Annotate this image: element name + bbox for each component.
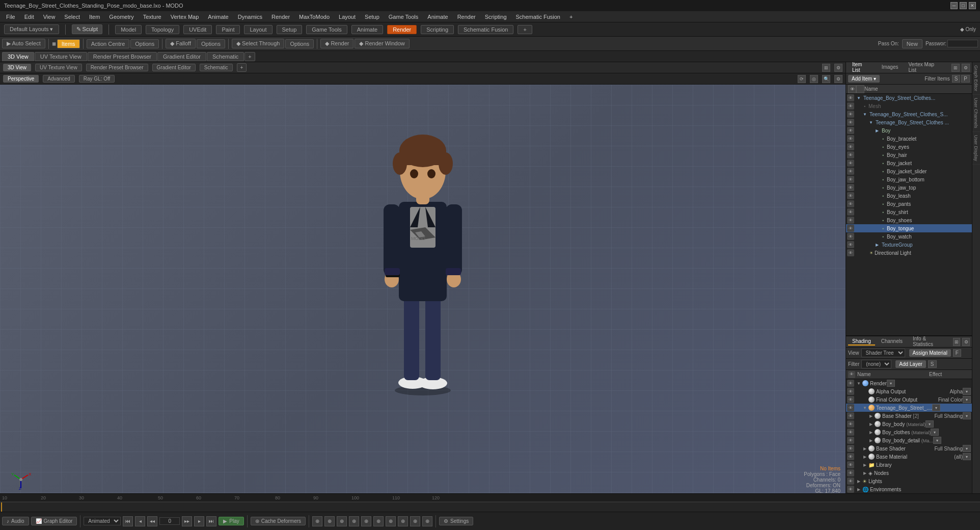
select-through-button[interactable]: ◆ Select Through <box>232 39 284 48</box>
list-item[interactable]: 👁 ▪ Boy_pants <box>846 200 972 208</box>
animate-button[interactable]: Animate <box>351 25 383 34</box>
list-item[interactable]: 👁 ▪ Boy_jacket <box>846 159 972 167</box>
transport6[interactable]: ⊕ <box>373 516 384 526</box>
eye-icon[interactable]: 👁 <box>847 225 854 232</box>
shader-item[interactable]: 👁 ▶ ◈ Nodes <box>846 469 972 477</box>
tab-add-button[interactable]: + <box>244 52 255 61</box>
menu-schematic[interactable]: Schematic Fusion <box>512 13 564 21</box>
eye-icon[interactable]: 👁 <box>847 176 854 183</box>
menu-view[interactable]: View <box>39 13 60 21</box>
list-item[interactable]: 👁 ☀ Directional Light <box>846 249 972 257</box>
viewport-reset-icon[interactable]: ⟳ <box>798 75 806 83</box>
transport4[interactable]: ⊕ <box>349 516 359 526</box>
ray-gl-button[interactable]: Ray GL: Off <box>79 75 115 83</box>
play-forward-button[interactable]: ▸▸ <box>182 516 192 526</box>
shader-dropdown[interactable]: ▾ <box>963 388 971 395</box>
viewport-gradient-editor-btn[interactable]: Gradient Editor <box>152 64 196 71</box>
shader-tree-select[interactable]: Shader Tree <box>861 349 905 357</box>
list-item[interactable]: 👁 ▪ Boy_shirt <box>846 208 972 216</box>
eye-icon[interactable]: 👁 <box>847 119 854 126</box>
advanced-button[interactable]: Advanced <box>43 75 74 83</box>
tab-info-statistics[interactable]: Info & Statistics <box>909 335 949 349</box>
audio-button[interactable]: ♪ Audio <box>2 517 29 525</box>
eye-icon[interactable]: 👁 <box>847 94 854 101</box>
sculpt-button[interactable]: ✎ Sculpt <box>72 24 103 34</box>
menu-vertex-map[interactable]: Vertex Map <box>167 13 203 21</box>
eye-icon[interactable]: 👁 <box>847 396 854 403</box>
tab-images[interactable]: Images <box>878 64 903 71</box>
menu-add[interactable]: + <box>565 13 577 21</box>
shader-dropdown[interactable]: ▾ <box>963 453 971 460</box>
setup-button[interactable]: Setup <box>277 25 303 34</box>
f-shortcut-button[interactable]: F <box>953 349 961 357</box>
viewport-uv-btn[interactable]: UV Texture View <box>35 64 82 71</box>
menu-setup[interactable]: Setup <box>361 13 384 21</box>
action-centre-button[interactable]: Action Centre <box>87 39 130 48</box>
list-item[interactable]: 👁 ▼ Teenage_Boy_Street_Clothes ... <box>846 118 972 126</box>
menu-texture[interactable]: Texture <box>139 13 166 21</box>
side-tab-user-channels[interactable]: User Channels <box>972 95 980 132</box>
shader-item[interactable]: 👁 ▶ Base Material (all) ▾ <box>846 453 972 461</box>
eye-icon[interactable]: 👁 <box>847 135 854 142</box>
shader-item[interactable]: 👁 ▶ 📁 Library <box>846 461 972 469</box>
falloff-button[interactable]: ◆ Falloff <box>166 39 196 48</box>
list-item[interactable]: 👁 ▶ Boy <box>846 126 972 135</box>
shader-filter-select[interactable]: (none) <box>861 360 891 368</box>
shader-item[interactable]: 👁 Alpha Output Alpha ▾ <box>846 387 972 395</box>
viewport-options-icon[interactable]: ⚙ <box>834 75 842 83</box>
next-frame-button[interactable]: ▸ <box>194 516 204 526</box>
tab-shading[interactable]: Shading <box>848 338 875 346</box>
eye-icon[interactable]: 👁 <box>847 111 854 118</box>
menu-animate[interactable]: Animate <box>204 13 232 21</box>
menu-item[interactable]: Item <box>85 13 104 21</box>
shader-item[interactable]: 👁 ▶ 🌐 Environments <box>846 485 972 493</box>
eye-icon[interactable]: 👁 <box>847 437 854 444</box>
add-item-button[interactable]: Add Item ▾ <box>848 75 880 83</box>
panel-settings-icon[interactable]: ⚙ <box>962 64 970 72</box>
menu-file[interactable]: File <box>2 13 19 21</box>
settings-button[interactable]: ⚙ Settings <box>439 517 473 525</box>
menu-game-tools[interactable]: Game Tools <box>385 13 423 21</box>
filter-s-button[interactable]: S <box>952 75 961 83</box>
shader-dropdown[interactable]: ▾ <box>963 445 971 452</box>
eye-icon[interactable]: 👁 <box>847 420 854 428</box>
tab-3d-view[interactable]: 3D View <box>2 52 34 61</box>
eye-icon[interactable]: 👁 <box>847 143 854 150</box>
eye-icon[interactable]: 👁 <box>847 192 854 199</box>
shader-item[interactable]: 👁 ▶ Base Shader Full Shading ▾ <box>846 444 972 453</box>
default-layouts-button[interactable]: Default Layouts ▾ <box>4 24 59 34</box>
transport2[interactable]: ⊕ <box>324 516 335 526</box>
tab-schematic[interactable]: Schematic <box>207 52 244 61</box>
list-item[interactable]: 👁 ▼ Teenage_Boy_Street_Clothes_S... <box>846 110 972 118</box>
eye-icon[interactable]: 👁 <box>847 233 854 240</box>
transport7[interactable]: ⊕ <box>386 516 396 526</box>
eye-icon[interactable]: 👁 <box>847 478 854 485</box>
shader-expand-icon[interactable]: ⊞ <box>953 338 961 346</box>
eye-icon[interactable]: 👁 <box>847 445 854 452</box>
eye-icon[interactable]: 👁 <box>847 404 854 411</box>
list-item[interactable]: 👁 ▪ Boy_jaw_bottom <box>846 175 972 183</box>
item-list-content[interactable]: 👁 ▼ Teenage_Boy_Street_Clothes... 👁 ▪ Me… <box>846 94 972 335</box>
menu-geometry[interactable]: Geometry <box>105 13 138 21</box>
perspective-button[interactable]: Perspective <box>3 75 39 83</box>
shader-content[interactable]: 👁 ▼ Render ▾ 👁 Alpha Output Alpha ▾ <box>846 379 972 493</box>
menu-scripting[interactable]: Scripting <box>481 13 511 21</box>
list-item[interactable]: 👁 ▪ Boy_leash <box>846 192 972 200</box>
scripting-button[interactable]: Scripting <box>421 25 454 34</box>
assign-material-button[interactable]: Assign Material <box>909 349 951 357</box>
transport9[interactable]: ⊕ <box>410 516 420 526</box>
menu-edit[interactable]: Edit <box>20 13 38 21</box>
menu-dynamics[interactable]: Dynamics <box>234 13 266 21</box>
shader-item[interactable]: 👁 ▶ Base Shader [2] Full Shading ▾ <box>846 412 972 420</box>
transport8[interactable]: ⊕ <box>398 516 408 526</box>
menu-render[interactable]: Render <box>267 13 294 21</box>
shader-item[interactable]: 👁 ▶ Boy_body (Material) ▾ <box>846 420 972 428</box>
eye-icon[interactable]: 👁 <box>847 461 854 468</box>
eye-icon[interactable]: 👁 <box>847 168 854 175</box>
eye-icon[interactable]: 👁 <box>847 160 854 167</box>
layout-button[interactable]: Layout <box>244 25 272 34</box>
viewport-fit-icon[interactable]: ◎ <box>810 75 818 83</box>
shader-dropdown[interactable]: ▾ <box>887 380 895 387</box>
list-item[interactable]: 👁 ▪ Boy_bracelet <box>846 135 972 143</box>
options3-button[interactable]: Options <box>285 39 314 48</box>
